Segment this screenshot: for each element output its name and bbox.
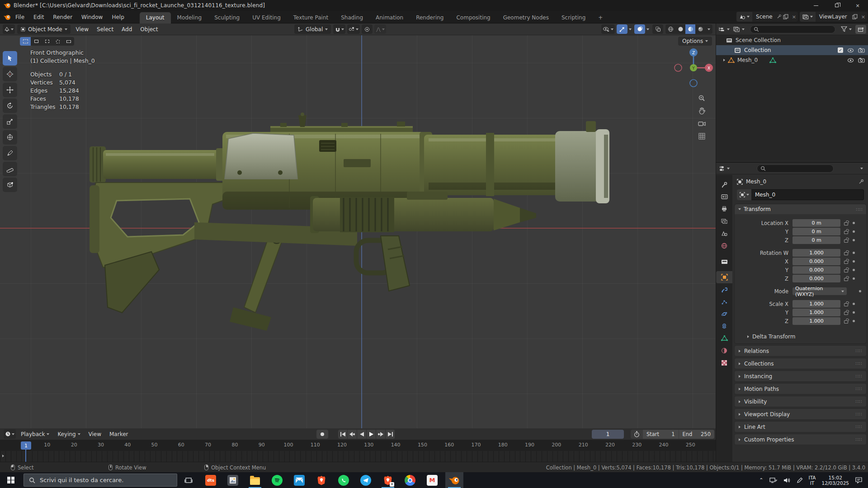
pan-hand-icon[interactable]: [697, 106, 707, 116]
properties-options-dropdown[interactable]: [860, 168, 863, 169]
object-name-icon-dropdown[interactable]: [737, 189, 751, 200]
object-name-input[interactable]: Mesh_0: [751, 189, 864, 200]
panel-grip[interactable]: ∷∷: [855, 348, 862, 353]
lock-icon[interactable]: [844, 261, 848, 264]
tab-animation[interactable]: Animation: [369, 12, 410, 23]
panel-motion-paths[interactable]: Motion Paths ∷∷: [734, 383, 867, 394]
tool-move[interactable]: [3, 83, 17, 97]
task-view-button[interactable]: [183, 475, 194, 485]
value-field[interactable]: 0 m: [793, 228, 840, 235]
tab-rendering[interactable]: Rendering: [410, 12, 450, 23]
tool-transform[interactable]: [3, 130, 17, 145]
new-viewlayer-icon[interactable]: [852, 14, 858, 19]
panel-grip[interactable]: ∷∷: [855, 399, 862, 404]
taskbar-app-brave-profile[interactable]: ✕: [379, 472, 397, 488]
select-mode-extend[interactable]: [31, 37, 42, 46]
tray-chevron-up-icon[interactable]: ⌃: [759, 477, 763, 483]
animate-dot[interactable]: [853, 260, 855, 263]
tool-measure[interactable]: [3, 162, 17, 176]
options-button[interactable]: Options: [678, 37, 712, 46]
panel-grip[interactable]: ∷∷: [855, 412, 862, 417]
delta-transform-panel[interactable]: Delta Transform: [735, 330, 866, 343]
panel-relations[interactable]: Relations ∷∷: [734, 345, 867, 357]
transform-panel-header[interactable]: Transform ∷∷: [735, 204, 866, 214]
timeline-track-area[interactable]: [0, 451, 716, 462]
timeline-editor-button[interactable]: [4, 429, 16, 439]
value-field[interactable]: 1.000: [793, 317, 840, 325]
lock-icon[interactable]: [844, 231, 848, 234]
jump-to-start-button[interactable]: [338, 430, 347, 439]
panel-instancing[interactable]: Instancing ∷∷: [734, 371, 867, 382]
select-mode-intersect[interactable]: [63, 37, 74, 46]
unlink-scene-icon[interactable]: ×: [790, 14, 798, 20]
animate-dot[interactable]: [853, 277, 855, 280]
prev-keyframe-button[interactable]: [348, 430, 357, 439]
tool-add-cube[interactable]: [3, 178, 17, 192]
timeline-menu-keying[interactable]: Keying: [53, 428, 84, 440]
panel-grip[interactable]: ∷∷: [855, 437, 862, 442]
tab-sculpting[interactable]: Sculpting: [208, 12, 246, 23]
viewlayer-selector[interactable]: ViewLayer ×: [800, 12, 867, 22]
ptab-tool[interactable]: [716, 178, 732, 191]
lock-icon[interactable]: [844, 303, 848, 306]
disable-render-camera-icon[interactable]: [858, 57, 865, 63]
animate-dot[interactable]: [853, 269, 855, 271]
timeline-expand-icon[interactable]: [2, 455, 4, 457]
taskbar-app-chrome[interactable]: [401, 472, 419, 488]
value-field[interactable]: 0 m: [793, 236, 840, 244]
tab-shading[interactable]: Shading: [335, 12, 369, 23]
restore-button[interactable]: [826, 0, 847, 11]
tab-uv-editing[interactable]: UV Editing: [246, 12, 287, 23]
scene-selector[interactable]: Scene ×: [736, 12, 798, 22]
timeline-menu-marker[interactable]: Marker: [105, 428, 132, 440]
lock-icon[interactable]: [844, 320, 848, 324]
animate-dot[interactable]: [853, 252, 855, 254]
expand-icon[interactable]: [723, 59, 725, 61]
display-mode-icon[interactable]: [733, 26, 740, 32]
taskbar-app-whatsapp[interactable]: [335, 472, 353, 488]
outliner-row-mesh0[interactable]: Mesh_0: [716, 55, 868, 65]
value-field[interactable]: 1.000: [793, 300, 840, 308]
select-mode-subtract[interactable]: [42, 37, 52, 46]
animate-dot[interactable]: [853, 230, 855, 233]
timeline-menu-view[interactable]: View: [85, 428, 105, 440]
tool-rotate[interactable]: [3, 99, 17, 113]
play-button[interactable]: [367, 430, 376, 439]
taskbar-search[interactable]: Scrivi qui il testo da cercare.: [24, 474, 177, 487]
taskbar-app-photos[interactable]: [224, 472, 242, 488]
volume-icon[interactable]: [783, 477, 791, 483]
jump-to-end-button[interactable]: [386, 430, 395, 439]
panel-grip[interactable]: ∷∷: [856, 207, 863, 212]
use-preview-range-button[interactable]: [631, 431, 642, 437]
ortho-grid-icon[interactable]: [697, 131, 707, 141]
panel-line-art[interactable]: Line Art ∷∷: [734, 421, 867, 432]
network-icon[interactable]: [769, 477, 778, 483]
outliner-editor-icon[interactable]: [718, 26, 725, 32]
start-frame-field[interactable]: Start1: [643, 430, 679, 439]
ptab-view-layer[interactable]: [716, 215, 732, 227]
pen-icon[interactable]: [797, 477, 803, 483]
hide-eye-icon[interactable]: [847, 48, 854, 53]
lock-icon[interactable]: [844, 252, 848, 255]
value-field[interactable]: 0.000: [793, 258, 840, 265]
properties-search[interactable]: [757, 164, 834, 173]
taskbar-app-dts[interactable]: dts: [202, 472, 220, 488]
value-field[interactable]: 1.000: [793, 249, 840, 257]
outliner-row-scene-collection[interactable]: Scene Collection: [716, 35, 868, 45]
menu-help[interactable]: Help: [107, 11, 128, 23]
ptab-output[interactable]: [716, 203, 732, 215]
lock-icon[interactable]: [844, 269, 848, 272]
ptab-render[interactable]: [716, 191, 732, 203]
panel-custom-properties[interactable]: Custom Properties ∷∷: [734, 434, 867, 445]
timeline-menu-playback[interactable]: Playback: [17, 428, 53, 440]
ptab-object[interactable]: [716, 271, 732, 283]
rotation-mode-dropdown[interactable]: Quaternion (WXYZ): [793, 287, 847, 295]
value-field[interactable]: 0 m: [793, 219, 840, 227]
taskbar-app-brave[interactable]: [312, 472, 330, 488]
gizmo-minus-x[interactable]: [675, 64, 682, 71]
collection-checkbox[interactable]: ✓: [838, 47, 843, 53]
filter-icon[interactable]: [841, 26, 847, 32]
taskbar-app-gmail[interactable]: M: [423, 472, 441, 488]
tab-modeling[interactable]: Modeling: [171, 12, 208, 23]
lock-icon[interactable]: [844, 312, 848, 315]
